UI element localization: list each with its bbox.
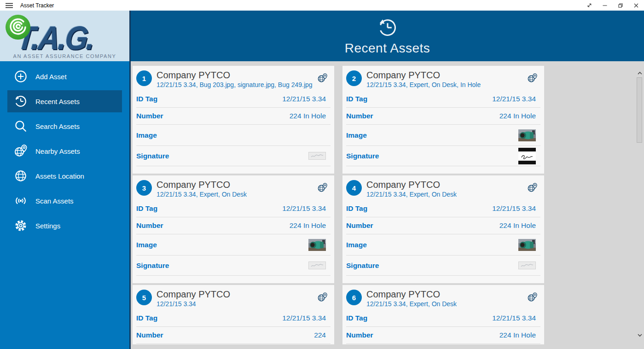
sidebar-item-label: Search Assets bbox=[35, 122, 80, 130]
card-subtitle: 12/21/15 3.34, Bug 203.jpg, signature.jp… bbox=[157, 81, 313, 89]
sidebar-item-label: Nearby Assets bbox=[35, 147, 80, 155]
sidebar-item-settings[interactable]: Settings bbox=[7, 215, 122, 237]
card-number: 1 bbox=[142, 75, 146, 82]
card-header-text: Company PYTCO 12/21/15 3.34, Expert, On … bbox=[366, 289, 473, 308]
globe-pin-icon bbox=[527, 183, 538, 192]
sidebar: T.A.G. AN ASSET ASSURANCE COMPANY Add As… bbox=[0, 11, 129, 349]
asset-card[interactable]: 4 Company PYTCO 12/21/15 3.34, Expert, O… bbox=[342, 175, 544, 283]
field-row: Signature bbox=[136, 146, 331, 166]
plus-circle-icon bbox=[14, 70, 28, 83]
field-label: Number bbox=[346, 331, 373, 339]
asset-card[interactable]: 2 Company PYTCO 12/21/15 3.34, Expert, O… bbox=[342, 66, 544, 174]
card-header: 1 Company PYTCO 12/21/15 3.34, Bug 203.j… bbox=[133, 70, 334, 91]
field-row: Number224 In Hole bbox=[136, 108, 331, 125]
card-header-text: Company PYTCO 12/21/15 3.34, Expert, On … bbox=[366, 70, 497, 89]
card-number-badge: 5 bbox=[136, 290, 152, 305]
asset-card[interactable]: 6 Company PYTCO 12/21/15 3.34, Expert, O… bbox=[342, 285, 544, 344]
sidebar-item-search-assets[interactable]: Search Assets bbox=[7, 115, 122, 137]
field-value: 12/21/15 3.34 bbox=[282, 95, 326, 103]
card-subtitle: 12/21/15 3.34, Expert, On Desk bbox=[366, 190, 457, 198]
signature-thumbnail bbox=[518, 148, 536, 164]
field-row: Signature bbox=[346, 146, 540, 166]
field-value: 12/21/15 3.34 bbox=[282, 314, 326, 322]
field-label: Signature bbox=[346, 262, 379, 270]
field-label: ID Tag bbox=[346, 314, 367, 322]
sidebar-item-assets-location[interactable]: Assets Location bbox=[7, 165, 122, 187]
minimize-button[interactable] bbox=[597, 0, 613, 11]
card-header-text: Company PYTCO 12/21/15 3.34, Expert, On … bbox=[157, 179, 263, 198]
card-number-badge: 3 bbox=[136, 180, 152, 196]
field-value: 224 In Hole bbox=[499, 221, 536, 230]
card-number: 2 bbox=[352, 75, 356, 82]
close-button[interactable] bbox=[628, 0, 644, 11]
card-header-text: Company PYTCO 12/21/15 3.34 bbox=[157, 289, 247, 308]
globe-pin-icon bbox=[527, 73, 538, 83]
card-subtitle: 12/21/15 3.34 bbox=[157, 300, 230, 308]
image-thumbnail bbox=[518, 239, 536, 251]
window-controls bbox=[581, 0, 644, 11]
globe-pin-icon bbox=[527, 292, 538, 302]
field-row: Image bbox=[346, 234, 540, 256]
field-row: Number224 In Hole bbox=[136, 217, 331, 234]
globe-pin-icon bbox=[14, 144, 28, 158]
scan-icon bbox=[14, 194, 28, 208]
image-thumbnail bbox=[518, 129, 536, 141]
titlebar: Asset Tracker bbox=[0, 0, 644, 11]
asset-card[interactable]: 3 Company PYTCO 12/21/15 3.34, Expert, O… bbox=[133, 175, 334, 283]
field-label: Image bbox=[136, 241, 157, 249]
card-fields: ID Tag12/21/15 3.34Number224 In HoleImag… bbox=[346, 91, 540, 166]
field-row: Number224 In Hole bbox=[346, 217, 540, 234]
card-header-text: Company PYTCO 12/21/15 3.34, Bug 203.jpg… bbox=[157, 70, 329, 89]
field-label: ID Tag bbox=[346, 204, 367, 213]
card-subtitle: 12/21/15 3.34, Expert, On Desk bbox=[157, 190, 247, 198]
field-label: Number bbox=[346, 221, 373, 230]
card-fields: ID Tag12/21/15 3.34Number224 In HoleImag… bbox=[346, 310, 540, 344]
history-icon bbox=[377, 17, 398, 38]
field-label: Number bbox=[136, 221, 163, 230]
field-label: ID Tag bbox=[346, 95, 367, 103]
app-title: Asset Tracker bbox=[20, 2, 54, 9]
sidebar-item-nearby-assets[interactable]: Nearby Assets bbox=[7, 140, 122, 162]
scrollbar-up-button[interactable] bbox=[637, 70, 643, 76]
field-value: 224 bbox=[314, 331, 326, 339]
card-header-text: Company PYTCO 12/21/15 3.34, Expert, On … bbox=[366, 179, 473, 198]
cards-viewport: 1 Company PYTCO 12/21/15 3.34, Bug 203.j… bbox=[131, 61, 637, 344]
field-row: Number224 bbox=[136, 327, 331, 344]
sidebar-nav: Add Asset Recent Assets Search Assets bbox=[0, 61, 129, 237]
field-label: Image bbox=[136, 131, 157, 140]
card-title: Company PYTCO bbox=[366, 289, 457, 300]
sidebar-item-label: Add Asset bbox=[35, 73, 67, 81]
field-label: ID Tag bbox=[136, 95, 157, 103]
expand-button[interactable] bbox=[581, 0, 597, 11]
sidebar-item-recent-assets[interactable]: Recent Assets bbox=[7, 90, 122, 112]
company-logo: T.A.G. AN ASSET ASSURANCE COMPANY bbox=[0, 11, 129, 61]
field-row: Image bbox=[346, 344, 540, 344]
field-row: Number224 In Hole bbox=[346, 327, 540, 344]
field-row: ID Tag12/21/15 3.34 bbox=[136, 200, 331, 217]
globe-icon bbox=[14, 169, 28, 183]
card-fields: ID Tag12/21/15 3.34Number224 In HoleImag… bbox=[136, 200, 331, 276]
field-row: ID Tag12/21/15 3.34 bbox=[346, 310, 540, 327]
card-header: 5 Company PYTCO 12/21/15 3.34 bbox=[133, 289, 334, 310]
card-title: Company PYTCO bbox=[366, 70, 481, 81]
globe-pin-icon bbox=[317, 183, 328, 192]
sidebar-item-label: Recent Assets bbox=[35, 98, 80, 105]
field-row: Image bbox=[136, 125, 331, 146]
field-label: Number bbox=[136, 331, 163, 339]
sidebar-item-scan-assets[interactable]: Scan Assets bbox=[7, 190, 122, 212]
card-header: 4 Company PYTCO 12/21/15 3.34, Expert, O… bbox=[342, 179, 544, 200]
sidebar-item-label: Scan Assets bbox=[35, 197, 74, 205]
hamburger-menu-button[interactable] bbox=[0, 0, 18, 11]
scrollbar-down-button[interactable] bbox=[637, 332, 643, 338]
asset-card[interactable]: 5 Company PYTCO 12/21/15 3.34 ID Tag12/2… bbox=[133, 285, 334, 344]
search-icon bbox=[14, 119, 28, 133]
scrollbar-thumb[interactable] bbox=[637, 77, 642, 143]
field-label: Image bbox=[346, 241, 367, 249]
asset-card[interactable]: 1 Company PYTCO 12/21/15 3.34, Bug 203.j… bbox=[133, 66, 334, 174]
restore-button[interactable] bbox=[613, 0, 628, 11]
field-value: 12/21/15 3.34 bbox=[492, 95, 536, 103]
field-value: 224 In Hole bbox=[499, 112, 536, 120]
content-area: 1 Company PYTCO 12/21/15 3.34, Bug 203.j… bbox=[131, 61, 644, 349]
sidebar-item-add-asset[interactable]: Add Asset bbox=[7, 65, 122, 87]
field-label: Number bbox=[346, 112, 373, 120]
